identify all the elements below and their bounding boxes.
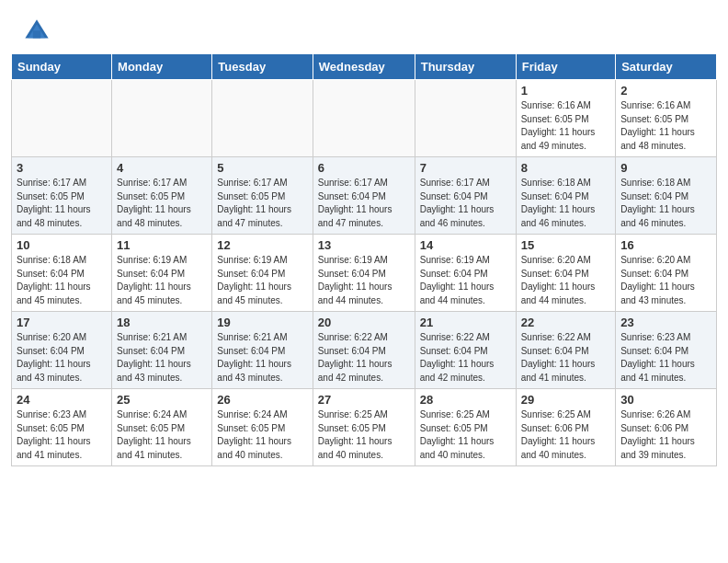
calendar-cell: 6Sunrise: 6:17 AMSunset: 6:04 PMDaylight… bbox=[313, 157, 415, 235]
day-info: Sunrise: 6:22 AMSunset: 6:04 PMDaylight:… bbox=[521, 331, 611, 385]
weekday-header: Friday bbox=[516, 54, 616, 80]
day-info: Sunrise: 6:23 AMSunset: 6:04 PMDaylight:… bbox=[620, 331, 711, 385]
day-info: Sunrise: 6:19 AMSunset: 6:04 PMDaylight:… bbox=[420, 254, 511, 307]
calendar-cell: 12Sunrise: 6:19 AMSunset: 6:04 PMDayligh… bbox=[212, 235, 313, 312]
day-number: 5 bbox=[217, 161, 307, 175]
day-info: Sunrise: 6:17 AMSunset: 6:05 PMDaylight:… bbox=[117, 177, 207, 230]
calendar-cell: 15Sunrise: 6:20 AMSunset: 6:04 PMDayligh… bbox=[516, 235, 616, 312]
day-info: Sunrise: 6:25 AMSunset: 6:05 PMDaylight:… bbox=[318, 408, 410, 462]
weekday-header: Saturday bbox=[616, 54, 717, 80]
day-info: Sunrise: 6:23 AMSunset: 6:05 PMDaylight:… bbox=[17, 408, 107, 462]
day-info: Sunrise: 6:19 AMSunset: 6:04 PMDaylight:… bbox=[117, 254, 207, 307]
day-info: Sunrise: 6:22 AMSunset: 6:04 PMDaylight:… bbox=[420, 331, 511, 385]
day-info: Sunrise: 6:17 AMSunset: 6:05 PMDaylight:… bbox=[17, 177, 107, 230]
day-number: 1 bbox=[521, 84, 611, 98]
day-info: Sunrise: 6:20 AMSunset: 6:04 PMDaylight:… bbox=[620, 254, 711, 307]
day-info: Sunrise: 6:19 AMSunset: 6:04 PMDaylight:… bbox=[318, 254, 410, 307]
day-number: 21 bbox=[420, 316, 511, 329]
calendar-cell: 19Sunrise: 6:21 AMSunset: 6:04 PMDayligh… bbox=[212, 312, 313, 389]
day-number: 19 bbox=[217, 316, 307, 329]
day-info: Sunrise: 6:25 AMSunset: 6:06 PMDaylight:… bbox=[521, 408, 611, 462]
calendar-week-row: 3Sunrise: 6:17 AMSunset: 6:05 PMDaylight… bbox=[12, 157, 717, 235]
day-info: Sunrise: 6:17 AMSunset: 6:05 PMDaylight:… bbox=[217, 177, 307, 230]
calendar-cell: 18Sunrise: 6:21 AMSunset: 6:04 PMDayligh… bbox=[112, 312, 212, 389]
calendar-header-row: SundayMondayTuesdayWednesdayThursdayFrid… bbox=[12, 54, 717, 80]
day-info: Sunrise: 6:16 AMSunset: 6:05 PMDaylight:… bbox=[521, 99, 611, 153]
day-number: 3 bbox=[17, 161, 107, 175]
day-number: 11 bbox=[117, 238, 207, 252]
calendar-table: SundayMondayTuesdayWednesdayThursdayFrid… bbox=[11, 53, 717, 466]
calendar-cell: 30Sunrise: 6:26 AMSunset: 6:06 PMDayligh… bbox=[616, 389, 717, 466]
day-info: Sunrise: 6:21 AMSunset: 6:04 PMDaylight:… bbox=[217, 331, 307, 385]
calendar-cell: 26Sunrise: 6:24 AMSunset: 6:05 PMDayligh… bbox=[212, 389, 313, 466]
calendar-cell: 13Sunrise: 6:19 AMSunset: 6:04 PMDayligh… bbox=[313, 235, 415, 312]
calendar-cell: 16Sunrise: 6:20 AMSunset: 6:04 PMDayligh… bbox=[616, 235, 717, 312]
calendar-cell: 9Sunrise: 6:18 AMSunset: 6:04 PMDaylight… bbox=[616, 157, 717, 235]
day-info: Sunrise: 6:17 AMSunset: 6:04 PMDaylight:… bbox=[420, 177, 511, 230]
day-number: 18 bbox=[117, 316, 207, 329]
day-info: Sunrise: 6:21 AMSunset: 6:04 PMDaylight:… bbox=[117, 331, 207, 385]
calendar-week-row: 1Sunrise: 6:16 AMSunset: 6:05 PMDaylight… bbox=[12, 80, 717, 157]
day-number: 25 bbox=[117, 393, 207, 407]
calendar-cell: 24Sunrise: 6:23 AMSunset: 6:05 PMDayligh… bbox=[12, 389, 112, 466]
logo bbox=[22, 17, 59, 46]
day-number: 14 bbox=[420, 238, 511, 252]
calendar-cell: 7Sunrise: 6:17 AMSunset: 6:04 PMDaylight… bbox=[415, 157, 516, 235]
day-info: Sunrise: 6:18 AMSunset: 6:04 PMDaylight:… bbox=[521, 177, 611, 230]
calendar-cell: 17Sunrise: 6:20 AMSunset: 6:04 PMDayligh… bbox=[12, 312, 112, 389]
day-info: Sunrise: 6:16 AMSunset: 6:05 PMDaylight:… bbox=[620, 99, 711, 153]
day-number: 6 bbox=[318, 161, 410, 175]
calendar-cell: 11Sunrise: 6:19 AMSunset: 6:04 PMDayligh… bbox=[112, 235, 212, 312]
calendar-cell: 27Sunrise: 6:25 AMSunset: 6:05 PMDayligh… bbox=[313, 389, 415, 466]
day-number: 30 bbox=[620, 393, 711, 407]
day-number: 13 bbox=[318, 238, 410, 252]
calendar-cell: 28Sunrise: 6:25 AMSunset: 6:05 PMDayligh… bbox=[415, 389, 516, 466]
svg-rect-2 bbox=[33, 30, 40, 38]
day-info: Sunrise: 6:25 AMSunset: 6:05 PMDaylight:… bbox=[420, 408, 511, 462]
calendar-cell bbox=[12, 80, 112, 157]
day-number: 10 bbox=[17, 238, 107, 252]
header bbox=[0, 0, 728, 53]
calendar-cell: 1Sunrise: 6:16 AMSunset: 6:05 PMDaylight… bbox=[516, 80, 616, 157]
day-info: Sunrise: 6:20 AMSunset: 6:04 PMDaylight:… bbox=[521, 254, 611, 307]
calendar-cell bbox=[212, 80, 313, 157]
day-info: Sunrise: 6:24 AMSunset: 6:05 PMDaylight:… bbox=[117, 408, 207, 462]
calendar-cell: 20Sunrise: 6:22 AMSunset: 6:04 PMDayligh… bbox=[313, 312, 415, 389]
day-number: 22 bbox=[521, 316, 611, 329]
calendar-cell: 4Sunrise: 6:17 AMSunset: 6:05 PMDaylight… bbox=[112, 157, 212, 235]
weekday-header: Tuesday bbox=[212, 54, 313, 80]
logo-icon bbox=[22, 17, 51, 46]
day-number: 2 bbox=[620, 84, 711, 98]
calendar-week-row: 24Sunrise: 6:23 AMSunset: 6:05 PMDayligh… bbox=[12, 389, 717, 466]
day-number: 7 bbox=[420, 161, 511, 175]
day-info: Sunrise: 6:22 AMSunset: 6:04 PMDaylight:… bbox=[318, 331, 410, 385]
calendar-cell: 3Sunrise: 6:17 AMSunset: 6:05 PMDaylight… bbox=[12, 157, 112, 235]
day-number: 28 bbox=[420, 393, 511, 407]
day-info: Sunrise: 6:19 AMSunset: 6:04 PMDaylight:… bbox=[217, 254, 307, 307]
calendar-cell: 22Sunrise: 6:22 AMSunset: 6:04 PMDayligh… bbox=[516, 312, 616, 389]
day-number: 4 bbox=[117, 161, 207, 175]
day-number: 15 bbox=[521, 238, 611, 252]
weekday-header: Thursday bbox=[415, 54, 516, 80]
day-number: 17 bbox=[17, 316, 107, 329]
calendar-cell: 5Sunrise: 6:17 AMSunset: 6:05 PMDaylight… bbox=[212, 157, 313, 235]
weekday-header: Sunday bbox=[12, 54, 112, 80]
calendar-week-row: 10Sunrise: 6:18 AMSunset: 6:04 PMDayligh… bbox=[12, 235, 717, 312]
calendar-cell: 2Sunrise: 6:16 AMSunset: 6:05 PMDaylight… bbox=[616, 80, 717, 157]
day-info: Sunrise: 6:18 AMSunset: 6:04 PMDaylight:… bbox=[620, 177, 711, 230]
day-number: 8 bbox=[521, 161, 611, 175]
weekday-header: Monday bbox=[112, 54, 212, 80]
calendar-cell: 29Sunrise: 6:25 AMSunset: 6:06 PMDayligh… bbox=[516, 389, 616, 466]
calendar-cell bbox=[112, 80, 212, 157]
day-info: Sunrise: 6:20 AMSunset: 6:04 PMDaylight:… bbox=[17, 331, 107, 385]
day-number: 16 bbox=[620, 238, 711, 252]
calendar-cell: 8Sunrise: 6:18 AMSunset: 6:04 PMDaylight… bbox=[516, 157, 616, 235]
calendar-cell: 25Sunrise: 6:24 AMSunset: 6:05 PMDayligh… bbox=[112, 389, 212, 466]
day-number: 9 bbox=[620, 161, 711, 175]
calendar-cell: 21Sunrise: 6:22 AMSunset: 6:04 PMDayligh… bbox=[415, 312, 516, 389]
calendar-cell bbox=[313, 80, 415, 157]
calendar-wrapper: SundayMondayTuesdayWednesdayThursdayFrid… bbox=[0, 53, 728, 477]
day-number: 29 bbox=[521, 393, 611, 407]
calendar-cell: 23Sunrise: 6:23 AMSunset: 6:04 PMDayligh… bbox=[616, 312, 717, 389]
calendar-cell bbox=[415, 80, 516, 157]
